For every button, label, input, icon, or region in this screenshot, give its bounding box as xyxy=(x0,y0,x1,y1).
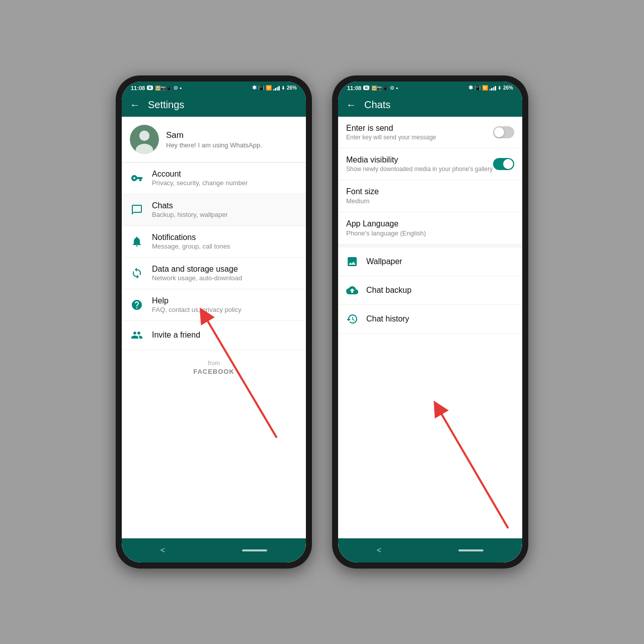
avatar-1 xyxy=(130,125,159,154)
font-size-row[interactable]: Font size Medium xyxy=(338,180,522,212)
app-language-title: App Language xyxy=(346,219,514,228)
chat-icon xyxy=(130,203,144,217)
dot-1: • xyxy=(180,85,182,91)
dot-2: • xyxy=(396,85,398,91)
svg-point-1 xyxy=(139,131,149,141)
menu-item-help[interactable]: Help FAQ, contact us, privacy policy xyxy=(122,289,306,321)
media-visibility-title: Media visibility xyxy=(346,155,493,165)
settings-header: ← Settings xyxy=(122,93,306,117)
facebook-label: FACEBOOK xyxy=(193,368,234,375)
status-icons-1: 🖼️📷📱 xyxy=(155,86,172,91)
help-title: Help xyxy=(152,296,242,305)
wallpaper-label: Wallpaper xyxy=(366,257,402,266)
nav-home-1[interactable] xyxy=(242,549,267,551)
phone1-wrapper: 11:08 B 🖼️📷📱 ⊙ • ✱ 📳 🛜 xyxy=(116,75,312,569)
profile-section[interactable]: Sam Hey there! I am using WhatsApp. xyxy=(122,117,306,163)
settings-content: Sam Hey there! I am using WhatsApp. Acco… xyxy=(122,117,306,538)
media-visibility-toggle[interactable] xyxy=(493,158,514,170)
phone2-bottom: < xyxy=(338,538,522,562)
clock-icon xyxy=(346,313,358,325)
chat-backup-label: Chat backup xyxy=(366,286,412,295)
notifications-title: Notifications xyxy=(152,233,230,242)
enter-is-send-row[interactable]: Enter is send Enter key will send your m… xyxy=(338,117,522,148)
wifi-icon-2: 🛜 xyxy=(482,85,488,91)
battery-2: 26% xyxy=(503,85,513,91)
enter-is-send-toggle[interactable] xyxy=(493,126,514,138)
battery-1: 26% xyxy=(287,85,297,91)
menu-item-notifications[interactable]: Notifications Message, group, call tones xyxy=(122,226,306,258)
phones-container: 11:08 B 🖼️📷📱 ⊙ • ✱ 📳 🛜 xyxy=(116,75,528,569)
enter-is-send-text: Enter is send Enter key will send your m… xyxy=(346,124,436,141)
data-title: Data and storage usage xyxy=(152,265,242,274)
status-left-1: 11:08 B 🖼️📷📱 ⊙ • xyxy=(131,85,182,91)
chat-backup-row[interactable]: Chat backup xyxy=(338,276,522,305)
phone2: 11:08 B 🖼️📷📱 ⊙ • ✱ 📳 🛜 xyxy=(332,75,528,569)
phone1: 11:08 B 🖼️📷📱 ⊙ • ✱ 📳 🛜 xyxy=(116,75,312,569)
nav-home-2[interactable] xyxy=(458,549,484,551)
menu-item-account[interactable]: Account Privacy, security, change number xyxy=(122,163,306,194)
nav-back-1[interactable]: < xyxy=(160,546,165,555)
time-2: 11:08 xyxy=(347,85,361,91)
chats-subtitle: Backup, history, wallpaper xyxy=(152,211,228,218)
enter-is-send-subtitle: Enter key will send your message xyxy=(346,134,436,141)
chats-page-title: Chats xyxy=(364,99,390,111)
media-visibility-subtitle: Show newly downloaded media in your phon… xyxy=(346,166,493,173)
chats-content: Enter is send Enter key will send your m… xyxy=(338,117,522,538)
chats-header: ← Chats xyxy=(338,93,522,117)
notif-badge-1: B xyxy=(147,86,153,90)
notifications-subtitle: Message, group, call tones xyxy=(152,243,230,250)
chat-history-label: Chat history xyxy=(366,314,409,324)
help-subtitle: FAQ, contact us, privacy policy xyxy=(152,306,242,313)
font-size-value: Medium xyxy=(346,197,514,205)
status-right-1: ✱ 📳 🛜 ⬇ 26% xyxy=(252,85,297,91)
data-text: Data and storage usage Network usage, au… xyxy=(152,265,242,282)
notifications-text: Notifications Message, group, call tones xyxy=(152,233,230,250)
wallpaper-icon xyxy=(346,256,358,268)
wa-icon-2: ⊙ xyxy=(390,85,394,91)
vibrate-icon-1: 📳 xyxy=(258,85,264,91)
menu-item-data[interactable]: Data and storage usage Network usage, au… xyxy=(122,258,306,289)
enter-is-send-title: Enter is send xyxy=(346,124,436,133)
from-facebook: from FACEBOOK xyxy=(122,350,306,382)
chats-text: Chats Backup, history, wallpaper xyxy=(152,201,228,218)
wifi-icon-1: 🛜 xyxy=(266,85,272,91)
bluetooth-icon-2: ✱ xyxy=(468,85,473,91)
account-subtitle: Privacy, security, change number xyxy=(152,179,248,187)
download-icon-2: ⬇ xyxy=(498,86,502,91)
app-language-row[interactable]: App Language Phone's language (English) xyxy=(338,212,522,245)
settings-title: Settings xyxy=(148,99,184,111)
chats-title: Chats xyxy=(152,201,228,210)
account-title: Account xyxy=(152,170,248,179)
profile-info: Sam Hey there! I am using WhatsApp. xyxy=(166,130,262,149)
from-label: from xyxy=(130,360,298,367)
status-left-2: 11:08 B 🖼️📷📱 ⊙ • xyxy=(347,85,398,91)
menu-item-chats[interactable]: Chats Backup, history, wallpaper xyxy=(122,194,306,226)
signal-bars-2 xyxy=(490,86,496,91)
toggle-thumb-1 xyxy=(494,127,504,137)
phone1-bottom: < xyxy=(122,538,306,562)
cloud-upload-icon xyxy=(346,284,358,296)
back-button-2[interactable]: ← xyxy=(346,99,356,111)
signal-bars-1 xyxy=(273,86,280,91)
phone2-inner: 11:08 B 🖼️📷📱 ⊙ • ✱ 📳 🛜 xyxy=(338,82,522,562)
data-icon xyxy=(130,266,144,280)
help-text: Help FAQ, contact us, privacy policy xyxy=(152,296,242,313)
back-button-1[interactable]: ← xyxy=(130,99,140,111)
time-1: 11:08 xyxy=(131,85,145,91)
phone2-wrapper: 11:08 B 🖼️📷📱 ⊙ • ✱ 📳 🛜 xyxy=(332,75,528,569)
status-right-2: ✱ 📳 🛜 ⬇ 26% xyxy=(468,85,513,91)
invite-text: Invite a friend xyxy=(152,331,200,340)
app-language-value: Phone's language (English) xyxy=(346,229,514,237)
status-bar-2: 11:08 B 🖼️📷📱 ⊙ • ✱ 📳 🛜 xyxy=(338,82,522,93)
account-text: Account Privacy, security, change number xyxy=(152,170,248,187)
help-icon xyxy=(130,298,144,312)
media-visibility-text: Media visibility Show newly downloaded m… xyxy=(346,155,493,173)
invite-icon xyxy=(130,328,144,342)
data-subtitle: Network usage, auto-download xyxy=(152,274,242,282)
wallpaper-row[interactable]: Wallpaper xyxy=(338,248,522,276)
chat-history-row[interactable]: Chat history xyxy=(338,305,522,334)
nav-back-2[interactable]: < xyxy=(377,546,381,555)
media-visibility-row[interactable]: Media visibility Show newly downloaded m… xyxy=(338,148,522,180)
status-bar-1: 11:08 B 🖼️📷📱 ⊙ • ✱ 📳 🛜 xyxy=(122,82,306,93)
menu-item-invite[interactable]: Invite a friend xyxy=(122,321,306,350)
